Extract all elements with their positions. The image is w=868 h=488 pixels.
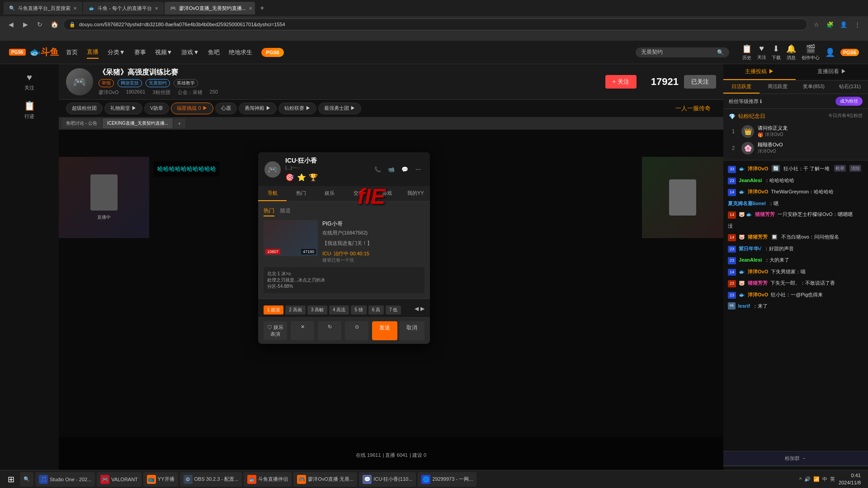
popup-tab-channel[interactable]: 频道 [280, 207, 291, 216]
popup-send-btn[interactable]: 发送 [372, 321, 397, 340]
tray-speaker[interactable]: 🔊 [804, 476, 811, 482]
msg-user-23-3[interactable]: JeanAlesi [739, 256, 762, 264]
taskbar-valorant[interactable]: 🎮 VALORANT [97, 472, 141, 487]
fan-name-1[interactable]: 请问你正义龙 [758, 125, 788, 131]
quality-btn-3[interactable]: 3 高帧 [307, 305, 327, 314]
nav-video[interactable]: 视频▼ [155, 47, 173, 58]
activity-tab-daily[interactable]: 日活跃度 [723, 80, 760, 94]
tag-category[interactable]: 举报 [99, 79, 114, 87]
popup-phone-icon[interactable]: 📞 [372, 164, 383, 175]
activity-tab-diamond[interactable]: 钻石(131) [832, 80, 868, 94]
nested-tab-0[interactable]: 鱼吧讨论 - 公告 [61, 118, 102, 128]
fan-tab-4[interactable]: 心愿 [215, 103, 237, 114]
nav-pubg[interactable]: 绝地求生 [229, 47, 252, 58]
popup-msg-icon[interactable]: 💬 [399, 164, 410, 175]
popup-nav-ent[interactable]: 娱乐 [316, 186, 344, 201]
nav-match[interactable]: 赛事 [134, 47, 146, 58]
message-btn[interactable]: 🔔 消息 [786, 44, 796, 61]
quality-btn-2[interactable]: 2 高画 [285, 305, 305, 314]
tab-close-1[interactable]: ✕ [155, 6, 158, 11]
tag-contract[interactable]: 无畏契约 [146, 79, 170, 87]
msg-user-14-2[interactable]: 猪猪芳芳 [755, 211, 775, 218]
quality-btn-7[interactable]: 7 低 [386, 305, 401, 314]
pgs6-nav-badge[interactable]: PGS6 [261, 48, 283, 57]
follow-btn-header[interactable]: ♥ 关注 [757, 44, 766, 61]
quality-btn-5[interactable]: 5 猜 [351, 305, 366, 314]
taskbar-obs[interactable]: ⚙ OBS 30.2.3 - 配置... [180, 472, 242, 487]
start-button[interactable]: ⊞ [4, 472, 18, 487]
msg-report-btn[interactable]: 检举 [834, 165, 846, 172]
fan-tab-6[interactable]: 钻粉联赛 ▶ [278, 103, 316, 114]
taskbar-douyu[interactable]: 🐟 斗鱼直播伴侣 [244, 472, 292, 487]
popup-nav-hot[interactable]: 热门 [287, 186, 315, 201]
msg-user-23-4[interactable]: 猪猪芳芳 [748, 279, 768, 287]
popup-more-icon[interactable]: ⋯ [413, 164, 424, 175]
popup-ent-btn[interactable]: ♡ 娱乐表演 [264, 321, 287, 340]
fan-name-2[interactable]: 顾颐香OvO [758, 141, 783, 148]
taskbar-liao[interactable]: 🎮 廖洋OvO直播 无畏... [293, 472, 357, 487]
nested-tab-1[interactable]: ICEKING直播_无畏契约直播... [103, 118, 173, 128]
msg-user-hi[interactable]: lesrif [738, 302, 750, 310]
taskbar-29[interactable]: 🌐 29299973 - 一网... [418, 472, 476, 487]
taskbar-yy[interactable]: 📺 YY开播 [143, 472, 178, 487]
msg-user-33[interactable]: 洋洋OvO [748, 165, 768, 173]
reload-button[interactable]: ↻ [34, 19, 45, 30]
menu-icon[interactable]: ⋮ [852, 19, 863, 30]
chat-tab-replay[interactable]: 直播回看 ▶ [796, 64, 868, 80]
sidebar-history[interactable]: 📋 行迹 [0, 96, 59, 124]
msg-user-23-1[interactable]: JeanAlesi [739, 177, 762, 184]
nav-category[interactable]: 分类▼ [108, 47, 125, 58]
msg-user-23-2[interactable]: 紫日年华√ [739, 245, 761, 253]
popup-refresh-btn[interactable]: ↻ [318, 321, 341, 340]
download-btn[interactable]: ⬇ 下载 [772, 44, 781, 61]
site-logo[interactable]: 🐟斗鱼 [29, 46, 59, 58]
tab-0[interactable]: 🔍 斗鱼直播平台_百度搜索 ✕ [4, 2, 82, 14]
fan-tab-3[interactable]: 福星挑战 0 ▶ [171, 103, 213, 114]
tray-lang-zh[interactable]: 中 [822, 476, 827, 483]
quality-btn-1[interactable]: 1 超清 [264, 305, 283, 314]
popup-nav-myYY[interactable]: 我的YY [401, 186, 430, 201]
msg-user-14-1[interactable]: 洋洋OvO [748, 188, 768, 196]
fan-tab-5[interactable]: 勇闯神殿 ▶ [239, 103, 277, 114]
tag-education[interactable]: 英雄教学 [174, 79, 198, 87]
taskbar-search[interactable]: 🔍 [20, 472, 33, 487]
quality-btn-4[interactable]: 4 高流 [329, 305, 349, 314]
sidebar-follow[interactable]: ♥ 关注 [0, 68, 59, 96]
address-bar[interactable]: 🔒 douyu.com/5976822?dyshid=db32180-8ae9a… [63, 19, 807, 30]
activity-tab-awards[interactable]: 奖单(853) [796, 80, 832, 94]
fan-tab-1[interactable]: 礼物殿堂 ▶ [104, 103, 142, 114]
user-avatar-header[interactable]: 👤 [825, 47, 835, 57]
become-fan-btn[interactable]: 成为粉丝 [835, 97, 863, 106]
follow-button[interactable]: + 关注 [605, 75, 637, 89]
nav-home[interactable]: 首页 [66, 47, 78, 58]
profile-icon[interactable]: 👤 [838, 19, 849, 30]
quality-next[interactable]: ▶ [420, 305, 425, 314]
home-button[interactable]: 🏠 [49, 19, 60, 30]
search-input[interactable] [641, 49, 713, 56]
chat-tab-posts[interactable]: 主播投稿 ▶ [723, 64, 796, 80]
msg-user-14-3[interactable]: 猪猪芳芳 [748, 233, 768, 241]
fan-tab-0[interactable]: 超级粉丝团 [66, 103, 103, 114]
pgs6-header-badge[interactable]: PGS6 [840, 49, 859, 56]
msg-user-14-4[interactable]: 洋洋OvO [748, 268, 768, 276]
popup-tab-hot[interactable]: 热门 [264, 207, 274, 216]
taskbar-icu[interactable]: 💬 ICU·狂小香(110... [359, 472, 416, 487]
new-tab-button[interactable]: + [256, 2, 269, 14]
fan-tab-2[interactable]: V勋章 [144, 103, 169, 114]
popup-nav-home[interactable]: 导航 [258, 186, 287, 201]
nav-fishbar[interactable]: 鱼吧 [208, 47, 220, 58]
fan-tab-7[interactable]: 最强勇士团 ▶ [318, 103, 361, 114]
tab-2[interactable]: 🎮 廖洋OvO直播_无畏契约直播... ✕ [165, 2, 255, 14]
tray-chevron[interactable]: ^ [799, 477, 802, 482]
popup-close-btn[interactable]: ✕ [291, 321, 314, 340]
creator-btn[interactable]: 🎬 创作中心 [802, 44, 820, 61]
tag-game[interactable]: 网游竞技 [118, 79, 142, 87]
join-fans-banner[interactable]: 粉加群 → [723, 451, 868, 466]
taskbar-studio[interactable]: 🎵 Studio One - 202... [35, 472, 95, 487]
tab-close-0[interactable]: ✕ [73, 6, 77, 11]
tab-close-2[interactable]: ✕ [249, 6, 252, 11]
msg-clear-btn[interactable]: 清除 [849, 165, 861, 172]
nested-tab-new[interactable]: + [174, 118, 185, 128]
nav-game[interactable]: 游戏▼ [181, 47, 199, 58]
subscribed-button[interactable]: 已关注 [684, 75, 716, 89]
